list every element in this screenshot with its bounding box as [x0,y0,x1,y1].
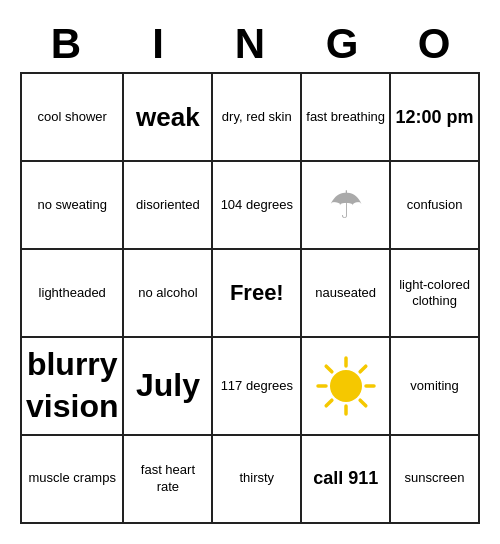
cell-r0c2: dry, red skin [213,74,302,162]
title-letter-N: N [206,20,294,68]
cell-r1c0: no sweating [22,162,124,250]
cell-r2c1: no alcohol [124,250,213,338]
cell-r3c3 [302,338,391,435]
cell-text-r0c1: weak [136,101,200,135]
cell-text-r1c0: no sweating [38,197,107,214]
bingo-title: BINGO [20,20,480,68]
cell-text-r4c2: thirsty [239,470,274,487]
svg-line-5 [326,366,332,372]
cell-text-r4c0: muscle cramps [29,470,116,487]
cell-r1c4: confusion [391,162,480,250]
cell-text-r3c2: 117 degrees [221,378,293,395]
cell-text-r2c1: no alcohol [138,285,197,302]
cell-r2c4: light-colored clothing [391,250,480,338]
cell-r3c0: blurry vision [22,338,124,435]
cell-text-r4c4: sunscreen [405,470,465,487]
cell-r4c3: call 911 [302,436,391,524]
svg-line-3 [326,400,332,406]
cell-r0c4: 12:00 pm [391,74,480,162]
cell-text-r0c0: cool shower [38,109,107,126]
svg-line-7 [360,366,366,372]
umbrella-icon: ☂ [329,181,363,230]
cell-text-r3c1: July [136,365,200,407]
cell-text-r1c1: disoriented [136,197,200,214]
cell-r1c3: ☂ [302,162,391,250]
cell-r4c1: fast heart rate [124,436,213,524]
cell-text-r3c4: vomiting [410,378,458,395]
cell-r3c4: vomiting [391,338,480,435]
cell-text-r2c2: Free! [230,279,284,308]
cell-text-r1c2: 104 degrees [221,197,293,214]
bingo-card: BINGO cool showerweakdry, red skinfast b… [10,10,490,533]
title-letter-G: G [298,20,386,68]
svg-line-1 [360,400,366,406]
cell-text-r4c3: call 911 [313,467,378,490]
cell-r4c4: sunscreen [391,436,480,524]
cell-r2c0: lightheaded [22,250,124,338]
cell-text-r0c2: dry, red skin [222,109,292,126]
cell-text-r4c1: fast heart rate [128,462,207,496]
cell-r3c1: July [124,338,213,435]
title-letter-B: B [22,20,110,68]
cell-r0c3: fast breathing [302,74,391,162]
cell-r1c2: 104 degrees [213,162,302,250]
bingo-grid: cool showerweakdry, red skinfast breathi… [20,72,480,523]
cell-text-r0c4: 12:00 pm [396,106,474,129]
svg-point-8 [330,370,362,402]
cell-r1c1: disoriented [124,162,213,250]
cell-text-r2c0: lightheaded [39,285,106,302]
cell-text-r2c4: light-colored clothing [395,277,474,311]
cell-r2c3: nauseated [302,250,391,338]
cell-r0c0: cool shower [22,74,124,162]
title-letter-I: I [114,20,202,68]
title-letter-O: O [390,20,478,68]
cell-text-r0c3: fast breathing [306,109,385,126]
cell-text-r2c3: nauseated [315,285,376,302]
cell-r4c0: muscle cramps [22,436,124,524]
cell-r4c2: thirsty [213,436,302,524]
cell-text-r1c4: confusion [407,197,463,214]
cell-r0c1: weak [124,74,213,162]
cell-r2c2: Free! [213,250,302,338]
cell-r3c2: 117 degrees [213,338,302,435]
cell-text-r3c0: blurry vision [26,344,118,427]
sun-icon [316,356,376,416]
